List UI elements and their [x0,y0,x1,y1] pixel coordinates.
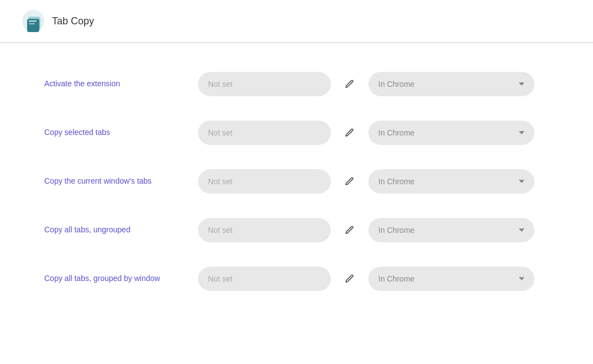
scope-select-copy-selected[interactable]: In Chrome Global [368,121,534,145]
shortcut-row-activate: Activate the extension Not set In Chrome… [44,60,549,108]
shortcut-label-copy-all-ungrouped: Copy all tabs, ungrouped [44,225,188,236]
shortcut-value-copy-all-ungrouped: Not set [208,226,232,235]
shortcut-label-copy-all-grouped: Copy all tabs, grouped by window [44,273,188,284]
shortcut-value-copy-all-grouped: Not set [208,274,232,283]
shortcut-row-copy-all-ungrouped: Copy all tabs, ungrouped Not set In Chro… [44,206,549,254]
scope-wrapper-activate[interactable]: In Chrome Global [368,72,534,96]
edit-button-copy-all-ungrouped[interactable] [341,221,358,239]
scope-select-activate[interactable]: In Chrome Global [368,72,534,96]
edit-button-activate[interactable] [341,75,358,93]
app-header: Tab Copy [0,0,593,43]
shortcut-input-copy-all-grouped[interactable]: Not set [198,267,331,291]
shortcut-input-copy-window[interactable]: Not set [198,169,331,194]
scope-select-copy-all-ungrouped[interactable]: In Chrome Global [368,218,534,242]
shortcut-input-copy-selected[interactable]: Not set [198,121,331,145]
shortcut-row-copy-selected: Copy selected tabs Not set In Chrome Glo… [44,108,549,157]
scope-wrapper-copy-all-grouped[interactable]: In Chrome Global [368,267,534,291]
scope-wrapper-copy-all-ungrouped[interactable]: In Chrome Global [368,218,534,242]
shortcut-input-copy-all-ungrouped[interactable]: Not set [198,218,331,242]
edit-button-copy-window[interactable] [341,173,358,190]
shortcut-value-copy-window: Not set [208,177,232,186]
edit-button-copy-all-grouped[interactable] [341,270,358,288]
shortcut-label-activate: Activate the extension [44,79,188,90]
shortcut-row-copy-all-grouped: Copy all tabs, grouped by window Not set… [44,254,549,303]
app-title: Tab Copy [52,15,94,27]
shortcuts-list: Activate the extension Not set In Chrome… [0,43,593,320]
shortcut-row-copy-window: Copy the current window's tabs Not set I… [44,157,549,206]
shortcut-input-activate[interactable]: Not set [198,72,331,96]
shortcut-label-copy-window: Copy the current window's tabs [44,176,188,187]
shortcut-value-copy-selected: Not set [208,128,232,137]
shortcut-value-activate: Not set [208,80,232,89]
edit-button-copy-selected[interactable] [341,124,358,142]
scope-select-copy-all-grouped[interactable]: In Chrome Global [368,267,534,291]
app-logo [22,10,44,32]
scope-wrapper-copy-window[interactable]: In Chrome Global [368,169,534,194]
shortcut-label-copy-selected: Copy selected tabs [44,127,188,138]
scope-wrapper-copy-selected[interactable]: In Chrome Global [368,121,534,145]
scope-select-copy-window[interactable]: In Chrome Global [368,169,534,194]
